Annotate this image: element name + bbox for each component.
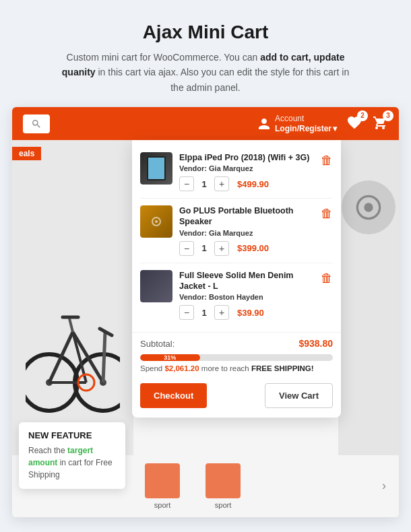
progress-bar-fill: 31%	[140, 354, 200, 361]
cart-actions: Checkout View Cart	[132, 376, 341, 418]
subtotal-label: Subtotal:	[140, 339, 175, 349]
view-cart-button[interactable]: View Cart	[265, 383, 333, 408]
cart-items-list: Elppa iPed Pro (2018) (Wifi + 3G) Vendor…	[132, 140, 341, 332]
svg-point-16	[364, 203, 373, 211]
delete-item-1[interactable]: 🗑	[321, 205, 333, 221]
qty-decrease-0[interactable]: −	[179, 176, 194, 191]
cart-badge: 3	[383, 110, 393, 121]
account-text: Account Login/Register ▾	[275, 114, 337, 133]
delete-item-2[interactable]: 🗑	[321, 270, 333, 286]
item-price-0: $499.90	[237, 179, 269, 189]
cart-item: Go PLUS Portable Bluetooth Speaker Vendo…	[140, 199, 333, 263]
item-vendor-1: Vendor: Gia Marquez	[179, 229, 314, 237]
product-thumb-img-1	[205, 463, 241, 498]
cart-icon-wrap[interactable]: 3	[372, 114, 388, 133]
item-name-2: Full Sleeve Solid Men Denim Jacket - L	[179, 270, 314, 292]
item-image-ipad	[140, 152, 172, 185]
item-details-1: Go PLUS Portable Bluetooth Speaker Vendo…	[179, 205, 314, 256]
bicycle-svg	[26, 228, 120, 430]
free-shipping-label: FREE SHIPPING!	[251, 364, 314, 372]
mini-cart: Elppa iPed Pro (2018) (Wifi + 3G) Vendor…	[132, 140, 341, 418]
qty-value-0: 1	[198, 179, 210, 189]
item-price-2: $39.90	[237, 308, 264, 318]
tooltip-body: Reach the targert amount in cart for Fre…	[28, 444, 116, 481]
svg-line-10	[103, 332, 105, 383]
page-header: Ajax Mini Cart Custom mini cart for WooC…	[0, 0, 411, 107]
product-label-0: sport	[154, 501, 170, 509]
tire-icon	[355, 194, 382, 221]
qty-decrease-2[interactable]: −	[179, 305, 194, 320]
cart-item: Full Sleeve Solid Men Denim Jacket - L V…	[140, 263, 333, 327]
progress-bar-track: 31%	[140, 354, 333, 361]
subtotal-value: $938.80	[298, 338, 333, 349]
tooltip-title: NEW FEATURE	[28, 430, 116, 440]
shipping-amount: $2,061.20	[164, 364, 199, 372]
search-box[interactable]	[23, 114, 50, 133]
product-thumb-0: sport	[132, 461, 193, 512]
page-description: Custom mini cart for WooCommerce. You ca…	[57, 50, 354, 95]
store-body: eals	[12, 140, 399, 517]
cart-item: Elppa iPed Pro (2018) (Wifi + 3G) Vendor…	[140, 145, 333, 199]
search-icon	[31, 119, 42, 129]
account-icon	[257, 117, 271, 131]
deals-label: eals	[12, 147, 41, 160]
item-image-jacket	[140, 270, 172, 302]
delete-item-0[interactable]: 🗑	[321, 152, 333, 168]
qty-increase-1[interactable]: +	[214, 241, 229, 256]
subtotal-row: Subtotal: $938.80	[132, 332, 341, 352]
qty-value-1: 1	[198, 243, 210, 253]
svg-line-8	[69, 319, 73, 332]
product-thumb-1: sport	[193, 461, 253, 512]
item-vendor-0: Vendor: Gia Marquez	[179, 164, 314, 172]
qty-control-0: − 1 + $499.90	[179, 176, 314, 191]
next-arrow-button[interactable]: ›	[375, 479, 393, 493]
topbar: Account Login/Register ▾ 2 3	[12, 107, 399, 140]
qty-decrease-1[interactable]: −	[179, 241, 194, 256]
item-image-speaker	[140, 205, 172, 238]
product-thumb-img-0	[145, 463, 180, 498]
wishlist-icon-wrap[interactable]: 2	[346, 114, 362, 133]
qty-increase-2[interactable]: +	[214, 305, 229, 320]
svg-line-4	[49, 332, 73, 383]
svg-point-14	[155, 220, 158, 223]
progress-percent: 31%	[164, 354, 176, 361]
account-area[interactable]: Account Login/Register ▾	[257, 114, 337, 133]
item-name-0: Elppa iPed Pro (2018) (Wifi + 3G)	[179, 152, 314, 163]
product-label-1: sport	[215, 501, 231, 509]
qty-control-1: − 1 + $399.00	[179, 241, 314, 256]
item-price-1: $399.00	[237, 243, 269, 253]
item-details-0: Elppa iPed Pro (2018) (Wifi + 3G) Vendor…	[179, 152, 314, 191]
right-circle-image	[342, 180, 396, 234]
checkout-button[interactable]: Checkout	[140, 383, 207, 408]
wishlist-badge: 2	[357, 110, 368, 121]
item-vendor-2: Vendor: Boston Hayden	[179, 293, 314, 301]
qty-increase-0[interactable]: +	[214, 176, 229, 191]
shipping-message: Spend $2,061.20 more to reach FREE SHIPP…	[140, 364, 333, 372]
storefront: Account Login/Register ▾ 2 3 eals	[12, 107, 399, 517]
qty-control-2: − 1 + $39.90	[179, 305, 314, 320]
shipping-progress: 31% Spend $2,061.20 more to reach FREE S…	[132, 352, 341, 376]
new-feature-tooltip: NEW FEATURE Reach the targert amount in …	[19, 422, 125, 489]
item-name-1: Go PLUS Portable Bluetooth Speaker	[179, 205, 314, 228]
item-details-2: Full Sleeve Solid Men Denim Jacket - L V…	[179, 270, 314, 321]
page-title: Ajax Mini Cart	[13, 22, 398, 43]
qty-value-2: 1	[198, 308, 210, 318]
